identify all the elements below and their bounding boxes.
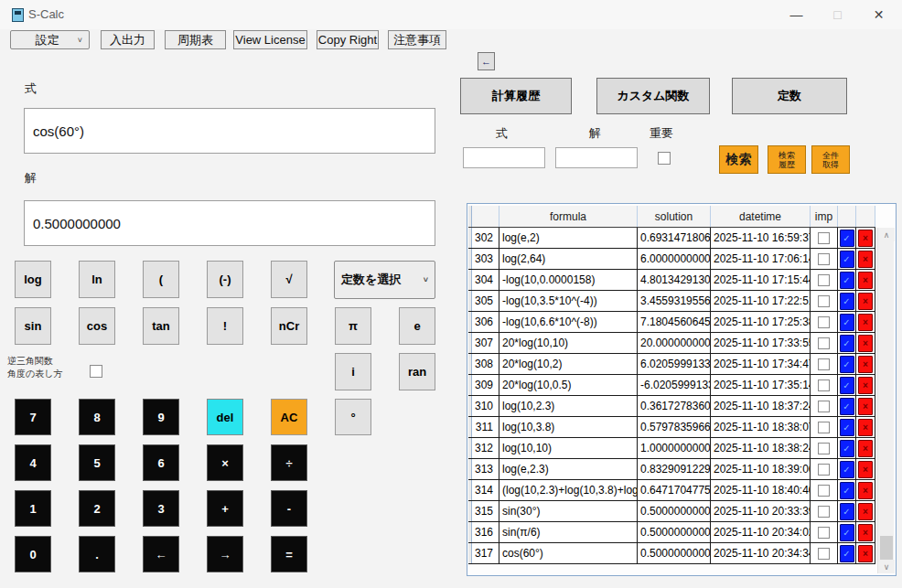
search-formula-input[interactable]: [463, 147, 545, 168]
delete-icon[interactable]: ×: [858, 293, 873, 310]
delete-icon[interactable]: ×: [858, 398, 873, 415]
menu-button-periodic-table[interactable]: 周期表: [165, 30, 226, 49]
key-2[interactable]: 2: [79, 490, 115, 527]
menu-button-view-license[interactable]: View License: [233, 30, 307, 49]
important-checkbox[interactable]: [818, 295, 830, 307]
search-solution-input[interactable]: [555, 147, 638, 168]
check-icon[interactable]: ✓: [840, 524, 854, 541]
table-row[interactable]: 30720*log(10,10)20.00000000002025-11-10 …: [468, 333, 875, 354]
settings-dropdown[interactable]: 設定 ˅: [10, 30, 90, 49]
check-icon[interactable]: ✓: [840, 272, 854, 289]
menu-button-io[interactable]: 入出力: [101, 30, 155, 49]
key-7[interactable]: 7: [15, 399, 51, 435]
maximize-button[interactable]: □: [817, 0, 858, 29]
table-row[interactable]: 316sin(π/6)0.50000000002025-11-10 20:34:…: [468, 522, 875, 543]
constant-dropdown[interactable]: 定数を選択 ˅: [334, 261, 435, 299]
key-ran[interactable]: ran: [399, 353, 435, 390]
key-3[interactable]: 3: [143, 490, 179, 527]
important-checkbox[interactable]: [818, 358, 830, 370]
key-×[interactable]: ×: [207, 444, 243, 481]
check-icon[interactable]: ✓: [840, 356, 854, 373]
solution-output[interactable]: [24, 200, 435, 246]
tab-calc-history[interactable]: 計算履歴: [460, 78, 572, 114]
fetch-all-button[interactable]: 全件 取得: [811, 145, 850, 174]
key-1[interactable]: 1: [15, 490, 51, 527]
check-icon[interactable]: ✓: [840, 545, 854, 562]
menu-button-notes[interactable]: 注意事項: [388, 30, 446, 49]
table-row[interactable]: 304-log(10,0.0000158)4.80134291302025-11…: [468, 270, 875, 291]
key-6[interactable]: 6: [143, 444, 179, 481]
table-scrollbar[interactable]: ∧ ∨: [877, 228, 894, 573]
key-(-)[interactable]: (-): [207, 261, 243, 298]
check-icon[interactable]: ✓: [840, 251, 854, 268]
key-i[interactable]: i: [335, 353, 371, 390]
important-checkbox[interactable]: [818, 401, 830, 412]
important-checkbox[interactable]: [818, 443, 830, 454]
table-row[interactable]: 30820*log(10,2)6.02059991332025-11-10 17…: [468, 354, 875, 375]
check-icon[interactable]: ✓: [840, 230, 854, 247]
table-row[interactable]: 303log(2,64)6.00000000002025-11-10 17:06…: [468, 249, 875, 270]
key-√[interactable]: √: [271, 261, 307, 298]
minimize-button[interactable]: —: [776, 0, 817, 29]
key-degree[interactable]: °: [335, 399, 371, 435]
table-row[interactable]: 30920*log(10,0.5)-6.02059991332025-11-10…: [468, 375, 875, 396]
important-checkbox[interactable]: [818, 464, 830, 476]
delete-icon[interactable]: ×: [858, 335, 873, 352]
search-important-checkbox[interactable]: [658, 152, 671, 165]
important-checkbox[interactable]: [818, 232, 830, 244]
close-button[interactable]: ✕: [858, 0, 899, 29]
important-checkbox[interactable]: [818, 380, 830, 391]
important-checkbox[interactable]: [818, 548, 830, 560]
delete-icon[interactable]: ×: [858, 230, 873, 247]
delete-icon[interactable]: ×: [858, 545, 873, 562]
table-row[interactable]: 305-log(10,3.5*10^(-4))3.45593195562025-…: [468, 291, 875, 312]
table-row[interactable]: 317cos(60°)0.50000000002025-11-10 20:34:…: [468, 543, 875, 564]
delete-icon[interactable]: ×: [858, 272, 873, 289]
scroll-down-icon[interactable]: ∨: [878, 560, 895, 573]
formula-input[interactable]: [24, 108, 435, 154]
key-=[interactable]: =: [271, 536, 307, 572]
delete-icon[interactable]: ×: [858, 482, 873, 499]
check-icon[interactable]: ✓: [840, 440, 854, 457]
key-+[interactable]: +: [207, 490, 243, 527]
delete-icon[interactable]: ×: [858, 251, 873, 268]
table-row[interactable]: 311log(10,3.8)0.57978359662025-11-10 18:…: [468, 417, 875, 438]
key-ln[interactable]: ln: [79, 261, 115, 298]
delete-icon[interactable]: ×: [858, 503, 873, 520]
check-icon[interactable]: ✓: [840, 293, 854, 310]
check-icon[interactable]: ✓: [840, 419, 854, 436]
delete-icon[interactable]: ×: [858, 356, 873, 373]
key-log[interactable]: log: [15, 261, 51, 298]
tab-custom-functions[interactable]: カスタム関数: [596, 78, 710, 114]
key-cos[interactable]: cos: [79, 307, 115, 345]
delete-icon[interactable]: ×: [858, 524, 873, 541]
important-checkbox[interactable]: [818, 316, 830, 328]
search-button[interactable]: 検索: [719, 145, 758, 174]
important-checkbox[interactable]: [818, 485, 830, 497]
check-icon[interactable]: ✓: [840, 377, 854, 394]
key-AC[interactable]: AC: [271, 399, 307, 435]
table-row[interactable]: 312log(10,10)1.00000000002025-11-10 18:3…: [468, 438, 875, 459]
table-row[interactable]: 314(log(10,2.3)+log(10,3.8)+log0.6471704…: [468, 480, 875, 501]
key-÷[interactable]: ÷: [271, 444, 307, 481]
key-→[interactable]: →: [207, 536, 243, 572]
table-row[interactable]: 306-log(10,6.6*10^(-8))7.18045606452025-…: [468, 312, 875, 333]
delete-icon[interactable]: ×: [858, 377, 873, 394]
key-0[interactable]: 0: [15, 536, 51, 572]
search-history-button[interactable]: 検索 履歴: [768, 145, 806, 174]
menu-button-copy-right[interactable]: Copy Right: [317, 30, 379, 49]
key-([interactable]: (: [143, 261, 179, 298]
inverse-trig-checkbox[interactable]: [90, 365, 102, 378]
check-icon[interactable]: ✓: [840, 482, 854, 499]
key-tan[interactable]: tan: [143, 307, 179, 345]
check-icon[interactable]: ✓: [840, 398, 854, 415]
scroll-up-icon[interactable]: ∧: [878, 228, 895, 241]
key-pi[interactable]: π: [335, 307, 371, 345]
key-del[interactable]: del: [207, 399, 243, 435]
important-checkbox[interactable]: [818, 506, 830, 518]
important-checkbox[interactable]: [818, 337, 830, 349]
table-row[interactable]: 313log(e,2.3)0.83290912292025-11-10 18:3…: [468, 459, 875, 480]
check-icon[interactable]: ✓: [840, 461, 854, 478]
key-8[interactable]: 8: [79, 399, 115, 435]
key-9[interactable]: 9: [143, 399, 179, 435]
